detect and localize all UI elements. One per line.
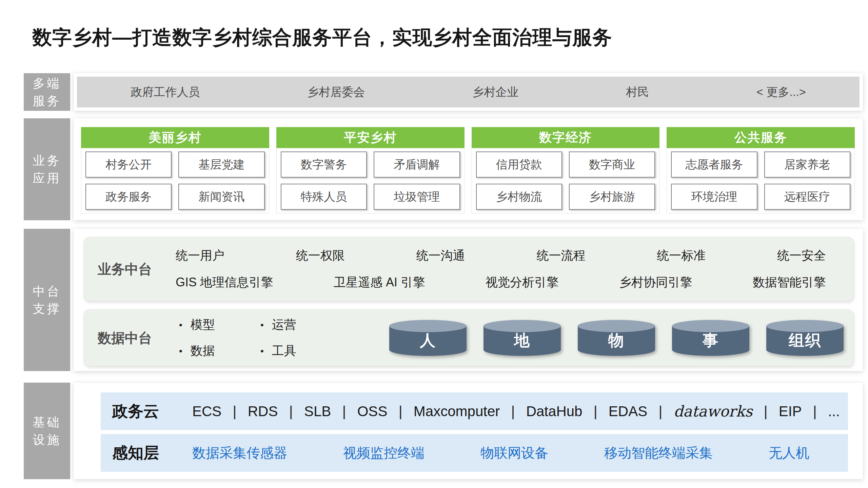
cloud-service: EIP xyxy=(779,403,802,420)
database-cylinder-people: 人 xyxy=(389,326,467,350)
data-cylinders: 人 地 物 事 组织 xyxy=(318,320,853,356)
capability-item: 统一用户 xyxy=(176,247,224,264)
business-apps-card: 美丽乡村 村务公开 基层党建 政务服务 新闻资讯 平安乡村 数字警务 矛盾调解 … xyxy=(74,118,863,220)
cloud-service: Maxcomputer xyxy=(414,403,500,420)
capability-item: 统一标准 xyxy=(657,247,706,264)
app-box: 基层党建 xyxy=(178,151,264,178)
app-box: 新闻资讯 xyxy=(178,184,264,210)
panel-safe-village: 平安乡村 数字警务 矛盾调解 特殊人员 垃圾管理 xyxy=(276,127,465,214)
cylinder-label: 地 xyxy=(484,327,561,354)
engine-item: 数据智能引擎 xyxy=(753,274,826,291)
perception-link-mobile[interactable]: 移动智能终端采集 xyxy=(604,444,713,462)
app-box: 环境治理 xyxy=(671,184,757,210)
cloud-service: ECS xyxy=(192,403,221,420)
separator: | xyxy=(594,403,597,420)
app-box: 信用贷款 xyxy=(476,151,562,178)
app-box: 矛盾调解 xyxy=(374,151,460,178)
cloud-service-dataworks: dataworks xyxy=(674,403,753,420)
bullet-column: • 模型 • 数据 xyxy=(179,317,237,359)
terminal-item-villager: 村民 xyxy=(626,84,649,100)
capability-item: 统一沟通 xyxy=(416,247,465,264)
app-box: 居家养老 xyxy=(764,151,850,178)
database-cylinder-events: 事 xyxy=(672,326,749,350)
data-platform-bullets: • 模型 • 数据 • 运营 • xyxy=(179,317,318,359)
perception-link-iot[interactable]: 物联网设备 xyxy=(480,444,548,462)
cloud-service: EDAS xyxy=(609,403,647,420)
separator: | xyxy=(289,403,293,420)
app-box: 数字警务 xyxy=(281,151,367,178)
app-box: 乡村物流 xyxy=(476,184,562,210)
capability-item: 统一流程 xyxy=(536,247,585,264)
engine-item: 卫星遥感 AI 引擎 xyxy=(334,274,425,291)
bullet-icon: • xyxy=(260,346,264,357)
capability-item: 统一安全 xyxy=(777,247,826,264)
row-label-business-apps: 业务 应用 xyxy=(24,118,70,220)
app-box: 志愿者服务 xyxy=(671,151,757,178)
perception-link-video[interactable]: 视频监控终端 xyxy=(343,444,425,462)
cylinder-label: 事 xyxy=(672,327,749,354)
panel-header: 平安乡村 xyxy=(276,127,465,148)
gov-cloud-bar: 政务云 ECS | RDS | SLB | OSS | Maxcomputer … xyxy=(101,392,848,430)
panel-header: 数字经济 xyxy=(472,127,660,148)
separator: | xyxy=(658,403,662,420)
cloud-services-ellipsis: ... xyxy=(828,403,840,420)
business-apps-row: 业务 应用 美丽乡村 村务公开 基层党建 政务服务 新闻资讯 平安乡村 数字警务… xyxy=(24,118,863,220)
separator: | xyxy=(764,403,768,420)
perception-link-sensor[interactable]: 数据采集传感器 xyxy=(192,444,287,462)
bullet-icon: • xyxy=(260,320,264,330)
perception-link-drone[interactable]: 无人机 xyxy=(769,444,809,462)
cloud-services-list: ECS | RDS | SLB | OSS | Maxcomputer | Da… xyxy=(192,403,848,420)
app-box: 数字商业 xyxy=(569,151,655,178)
row-label-multi-terminal: 多端 服务 xyxy=(24,73,70,111)
panel-body: 信用贷款 数字商业 乡村物流 乡村旅游 xyxy=(472,148,660,214)
app-box: 政务服务 xyxy=(85,184,172,210)
database-cylinder-land: 地 xyxy=(484,326,561,350)
more-link[interactable]: < 更多...> xyxy=(756,84,806,100)
bullet-item: • 运营 xyxy=(260,317,318,333)
row-label-middle-platform: 中台 支撑 xyxy=(24,229,70,371)
engine-item: GIS 地理信息引擎 xyxy=(176,274,273,291)
separator: | xyxy=(399,403,402,420)
perception-layer-bar: 感知层 数据采集传感器 视频监控终端 物联网设备 移动智能终端采集 无人机 xyxy=(101,434,848,472)
panel-header: 公共服务 xyxy=(667,127,855,148)
terminal-item-committee: 乡村居委会 xyxy=(307,84,365,100)
bullet-column: • 运营 • 工具 xyxy=(260,317,318,359)
app-box: 远程医疗 xyxy=(764,184,850,210)
data-middle-platform-box: 数据中台 • 模型 • 数据 • xyxy=(84,309,853,366)
cylinder-label: 人 xyxy=(389,327,467,354)
gov-cloud-title: 政务云 xyxy=(112,401,159,422)
perception-devices-list: 数据采集传感器 视频监控终端 物联网设备 移动智能终端采集 无人机 xyxy=(192,444,809,462)
terminal-item-enterprise: 乡村企业 xyxy=(472,84,518,100)
cloud-service: RDS xyxy=(248,403,278,420)
row-label-infrastructure: 基础 设施 xyxy=(24,383,70,479)
data-middle-platform-title: 数据中台 xyxy=(84,329,162,347)
bullet-label: 工具 xyxy=(272,343,296,359)
bullet-item: • 工具 xyxy=(260,343,318,359)
database-cylinder-organization: 组织 xyxy=(766,326,844,350)
slide-canvas: 数字乡村—打造数字乡村综合服务平台，实现乡村全面治理与服务 多端 服务 政府工作… xyxy=(0,0,868,488)
engine-item: 乡村协同引擎 xyxy=(619,274,692,291)
cylinder-label: 组织 xyxy=(766,327,844,354)
separator: | xyxy=(813,403,817,420)
bullet-icon: • xyxy=(179,346,182,357)
cloud-service: SLB xyxy=(304,403,331,420)
unified-capabilities-row: 统一用户 统一权限 统一沟通 统一流程 统一标准 统一安全 xyxy=(176,247,826,264)
page-title: 数字乡村—打造数字乡村综合服务平台，实现乡村全面治理与服务 xyxy=(32,24,612,51)
cylinder-label: 物 xyxy=(578,327,655,354)
cloud-service: DataHub xyxy=(526,403,583,420)
cloud-service: OSS xyxy=(357,403,388,420)
panel-digital-economy: 数字经济 信用贷款 数字商业 乡村物流 乡村旅游 xyxy=(472,127,660,214)
business-middle-platform-box: 业务中台 统一用户 统一权限 统一沟通 统一流程 统一标准 统一安全 GIS 地… xyxy=(84,237,853,301)
business-middle-platform-items: 统一用户 统一权限 统一沟通 统一流程 统一标准 统一安全 GIS 地理信息引擎… xyxy=(162,247,853,291)
app-box: 垃圾管理 xyxy=(374,184,460,210)
panel-header: 美丽乡村 xyxy=(81,127,269,148)
business-middle-platform-title: 业务中台 xyxy=(84,260,162,279)
panel-beautiful-village: 美丽乡村 村务公开 基层党建 政务服务 新闻资讯 xyxy=(81,127,269,214)
bullet-icon: • xyxy=(179,320,182,330)
bullet-label: 运营 xyxy=(272,317,296,333)
separator: | xyxy=(511,403,515,420)
terminal-item-government: 政府工作人员 xyxy=(131,84,200,100)
bullet-item: • 模型 xyxy=(179,317,237,333)
terminal-bar: 政府工作人员 乡村居委会 乡村企业 村民 < 更多...> xyxy=(77,77,860,107)
middle-platform-row: 中台 支撑 业务中台 统一用户 统一权限 统一沟通 统一流程 统一标准 统一安全… xyxy=(24,229,863,371)
